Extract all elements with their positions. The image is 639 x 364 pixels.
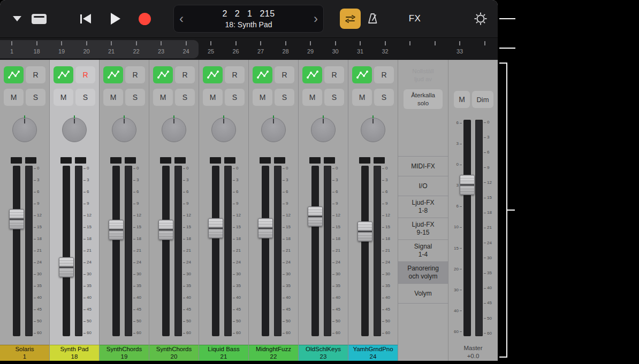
lcd-next-icon[interactable]: › <box>314 5 318 32</box>
fader-cap[interactable] <box>208 218 223 238</box>
fx-button[interactable]: FX <box>406 13 423 24</box>
solo-button[interactable]: S <box>275 89 294 106</box>
fader-travel <box>100 166 149 316</box>
metronome-button[interactable] <box>367 12 379 25</box>
scale-mark: 50 <box>283 319 296 323</box>
view-volume[interactable]: Volym <box>398 284 448 304</box>
channel-strip[interactable]: R M S 03691215182124303540455060 Solaris… <box>0 60 50 361</box>
solo-button[interactable]: S <box>75 89 95 106</box>
automation-button[interactable] <box>253 66 272 83</box>
recall-solo-button[interactable]: Återkalla solo <box>404 89 443 109</box>
track-label[interactable]: OldSchlKeys 23 <box>299 345 348 361</box>
record-enable-button[interactable]: R <box>26 66 45 83</box>
solo-button[interactable]: S <box>374 89 394 106</box>
pan-knob[interactable] <box>62 118 87 142</box>
master-mute-button[interactable]: M <box>454 91 470 108</box>
pan-knob[interactable] <box>112 118 136 142</box>
rewind-button[interactable] <box>80 14 91 24</box>
master-strip[interactable]: M Dim 63036101520304060 0369121518212430… <box>448 60 498 361</box>
view-audio-fx-9-15[interactable]: Ljud-FX 9-15 <box>398 218 448 240</box>
solo-button[interactable]: S <box>324 89 344 106</box>
pan-knob[interactable] <box>162 118 186 142</box>
mute-button[interactable]: M <box>153 89 173 106</box>
record-enable-button[interactable]: R <box>225 66 245 83</box>
channel-strip[interactable]: R M S 03691215182124303540455060 Midnght… <box>249 60 299 361</box>
automation-curve-icon <box>306 69 319 80</box>
record-enable-button[interactable]: R <box>374 66 394 83</box>
record-enable-button[interactable]: R <box>324 66 344 83</box>
mute-button[interactable]: M <box>203 89 223 106</box>
mute-button[interactable]: M <box>302 89 322 106</box>
solo-button[interactable]: S <box>26 89 45 106</box>
view-sends-1-4[interactable]: Signal 1-4 <box>398 240 448 262</box>
lcd-prev-icon[interactable]: ‹ <box>179 5 184 32</box>
automation-curve-icon <box>57 69 70 80</box>
channel-strip[interactable]: R M S 03691215182124303540455060 SynthCh… <box>100 60 149 361</box>
fader-travel <box>149 166 199 316</box>
record-enable-button[interactable]: R <box>175 66 195 83</box>
fader-cap[interactable] <box>258 218 273 238</box>
record-enable-button[interactable]: R <box>125 66 145 83</box>
mute-button[interactable]: M <box>253 89 272 106</box>
automation-curve-icon <box>157 69 170 80</box>
library-button[interactable] <box>31 13 47 25</box>
channel-strip[interactable]: R M S 03691215182124303540455060 OldSchl… <box>299 60 348 361</box>
automation-button[interactable] <box>302 66 322 83</box>
pan-knob[interactable] <box>311 118 336 142</box>
pan-knob[interactable] <box>12 118 37 142</box>
automation-button[interactable] <box>4 66 24 83</box>
automation-button[interactable] <box>54 66 73 83</box>
channel-strip[interactable]: R M S 03691215182124303540455060 Synth P… <box>50 60 100 361</box>
mute-button[interactable]: M <box>103 89 123 106</box>
reset-mute-button[interactable]: Nollställ ljud av <box>401 67 445 83</box>
track-label[interactable]: Synth Pad 18 <box>50 345 99 361</box>
fader-cap[interactable] <box>9 209 24 229</box>
view-io[interactable]: I/O <box>398 176 448 196</box>
fader-value-display <box>60 157 72 164</box>
fader-cap[interactable] <box>109 220 124 240</box>
dim-button[interactable]: Dim <box>472 91 493 108</box>
pan-knob[interactable] <box>261 118 286 142</box>
record-enable-button[interactable]: R <box>275 66 294 83</box>
view-midi-fx[interactable]: MIDI-FX <box>398 157 448 176</box>
solo-button[interactable]: S <box>225 89 245 106</box>
mute-button[interactable]: M <box>54 89 73 106</box>
automation-button[interactable] <box>352 66 372 83</box>
view-pan-and-volume[interactable]: Panorering och volym <box>398 262 448 284</box>
cycle-button[interactable] <box>340 9 361 29</box>
solo-button[interactable]: S <box>125 89 145 106</box>
automation-button[interactable] <box>103 66 123 83</box>
track-label[interactable]: SynthChords 19 <box>100 345 149 361</box>
pan-knob[interactable] <box>361 118 385 142</box>
solo-button[interactable]: S <box>175 89 195 106</box>
settings-gear-button[interactable] <box>473 11 488 26</box>
fader-cap[interactable] <box>158 220 173 240</box>
channel-strip[interactable]: R M S 03691215182124303540455060 SynthCh… <box>149 60 199 361</box>
automation-button[interactable] <box>203 66 223 83</box>
mute-button[interactable]: M <box>4 89 24 106</box>
bar-ruler[interactable]: 118192021222324252627282930313233 <box>0 37 498 60</box>
scale-mark: 60 <box>332 331 346 335</box>
channel-strip[interactable]: R M S 03691215182124303540455060 YamhGrn… <box>348 60 398 361</box>
record-enable-button[interactable]: R <box>75 66 95 83</box>
track-label[interactable]: MidnghtFuzz 22 <box>249 345 298 361</box>
ruler-tick <box>335 41 336 45</box>
track-label[interactable]: YamhGrndPno 24 <box>348 345 398 361</box>
fader-cap[interactable] <box>357 221 372 242</box>
automation-button[interactable] <box>153 66 173 83</box>
lcd-display[interactable]: ‹ 2 2 1 215 18: Synth Pad › <box>173 5 324 33</box>
channel-strip[interactable]: R M S 03691215182124303540455060 Liquid … <box>199 60 249 361</box>
master-fader-cap[interactable] <box>460 175 475 195</box>
disclosure-menu-icon[interactable] <box>13 16 21 21</box>
fader-cap[interactable] <box>308 206 323 227</box>
fader-cap[interactable] <box>59 257 74 277</box>
view-audio-fx-1-8[interactable]: Ljud-FX 1-8 <box>398 196 448 218</box>
play-button[interactable] <box>111 13 120 25</box>
track-label[interactable]: Solaris 1 <box>0 345 49 361</box>
track-label[interactable]: SynthChords 20 <box>149 345 199 361</box>
pan-knob[interactable] <box>211 118 236 142</box>
record-button[interactable] <box>139 13 151 25</box>
scale-mark: 60 <box>133 331 147 335</box>
track-label[interactable]: Liquid Bass 21 <box>199 345 248 361</box>
mute-button[interactable]: M <box>352 89 372 106</box>
